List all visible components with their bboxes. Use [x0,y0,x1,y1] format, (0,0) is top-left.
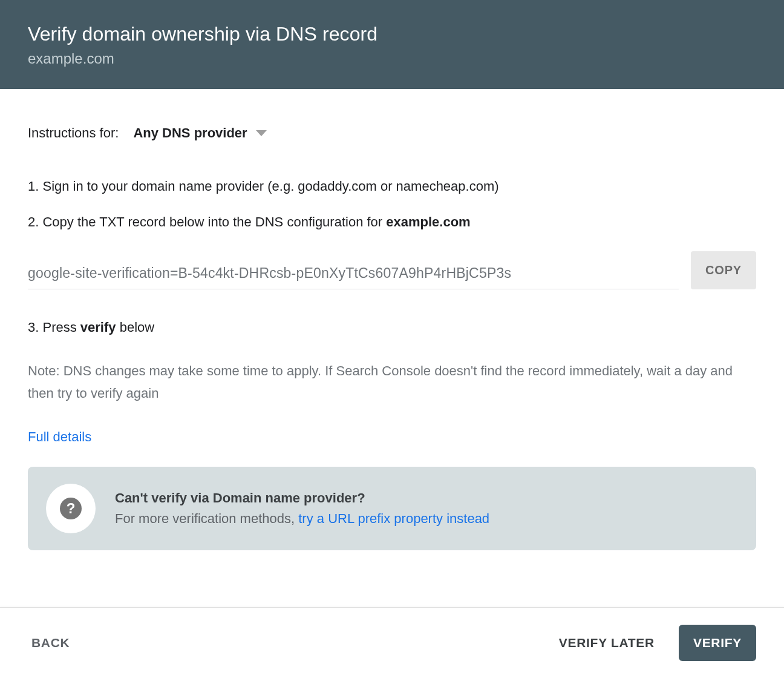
domain-name: example.com [28,50,756,67]
step-3-number: 3. [28,320,42,335]
full-details-link[interactable]: Full details [28,429,91,445]
help-icon: ? [46,484,96,533]
help-title: Can't verify via Domain name provider? [115,490,489,506]
step-2-text: Copy the TXT record below into the DNS c… [42,214,386,229]
chevron-down-icon [256,130,267,136]
step-2-number: 2. [28,214,42,229]
step-1-number: 1. [28,179,42,194]
step-3-post: below [116,320,155,335]
help-box: ? Can't verify via Domain name provider?… [28,467,756,550]
help-body: For more verification methods, try a URL… [115,511,489,527]
dialog-content: Instructions for: Any DNS provider 1. Si… [0,89,784,607]
step-2: 2. Copy the TXT record below into the DN… [28,212,756,232]
dns-provider-selected: Any DNS provider [133,125,247,141]
help-text: Can't verify via Domain name provider? F… [115,490,489,527]
dns-provider-dropdown[interactable]: Any DNS provider [133,125,266,141]
step-2-domain: example.com [386,214,470,229]
txt-record-input[interactable] [28,260,679,289]
question-mark-icon: ? [60,498,82,519]
verify-later-button[interactable]: VERIFY LATER [555,630,658,656]
step-1: 1. Sign in to your domain name provider … [28,176,756,196]
step-3-pre: Press [42,320,80,335]
instructions-for-row: Instructions for: Any DNS provider [28,125,756,141]
page-title: Verify domain ownership via DNS record [28,23,756,45]
verify-button[interactable]: VERIFY [679,625,756,661]
back-button[interactable]: BACK [28,630,73,656]
url-prefix-link[interactable]: try a URL prefix property instead [298,511,489,526]
step-3-bold: verify [80,320,116,335]
dns-note: Note: DNS changes may take some time to … [28,360,756,405]
help-body-pre: For more verification methods, [115,511,298,526]
dialog-header: Verify domain ownership via DNS record e… [0,0,784,89]
copy-button[interactable]: COPY [691,251,756,289]
step-1-text: Sign in to your domain name provider (e.… [42,179,498,194]
txt-record-row: COPY [28,251,756,289]
dialog-footer: BACK VERIFY LATER VERIFY [0,607,784,678]
step-3: 3. Press verify below [28,320,756,335]
instructions-for-label: Instructions for: [28,125,119,141]
